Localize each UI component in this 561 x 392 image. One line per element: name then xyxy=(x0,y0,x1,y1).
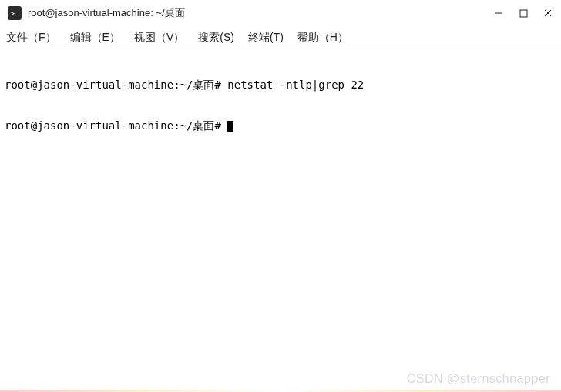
window-title: root@jason-virtual-machine: ~/桌面 xyxy=(28,6,493,20)
close-button[interactable] xyxy=(543,8,553,18)
window-controls xyxy=(493,8,553,18)
maximize-button[interactable] xyxy=(518,8,529,18)
terminal-line: root@jason-virtual-machine:~/桌面# netstat… xyxy=(5,79,556,92)
command-text: netstat -ntlp|grep 22 xyxy=(227,79,364,91)
terminal-icon-glyph: >_ xyxy=(10,9,19,18)
terminal-body[interactable]: root@jason-virtual-machine:~/桌面# netstat… xyxy=(0,49,561,392)
menu-edit[interactable]: 编辑（E） xyxy=(70,31,120,45)
menu-help[interactable]: 帮助（H） xyxy=(297,31,348,45)
prompt: root@jason-virtual-machine:~/桌面# xyxy=(5,119,227,132)
prompt: root@jason-virtual-machine:~/桌面# xyxy=(5,79,227,91)
minimize-button[interactable] xyxy=(493,8,504,18)
menu-terminal[interactable]: 终端(T) xyxy=(248,31,284,45)
svg-rect-1 xyxy=(520,10,527,17)
terminal-app-icon: >_ xyxy=(8,6,22,20)
menu-view[interactable]: 视图（V） xyxy=(134,31,184,45)
menubar: 文件（F） 编辑（E） 视图（V） 搜索(S) 终端(T) 帮助（H） xyxy=(0,26,561,49)
terminal-window: >_ root@jason-virtual-machine: ~/桌面 文件（F… xyxy=(0,0,561,392)
cursor-icon xyxy=(227,121,233,132)
titlebar[interactable]: >_ root@jason-virtual-machine: ~/桌面 xyxy=(0,0,561,26)
menu-search[interactable]: 搜索(S) xyxy=(198,31,234,45)
menu-file[interactable]: 文件（F） xyxy=(6,31,56,45)
terminal-line: root@jason-virtual-machine:~/桌面# xyxy=(5,119,556,133)
